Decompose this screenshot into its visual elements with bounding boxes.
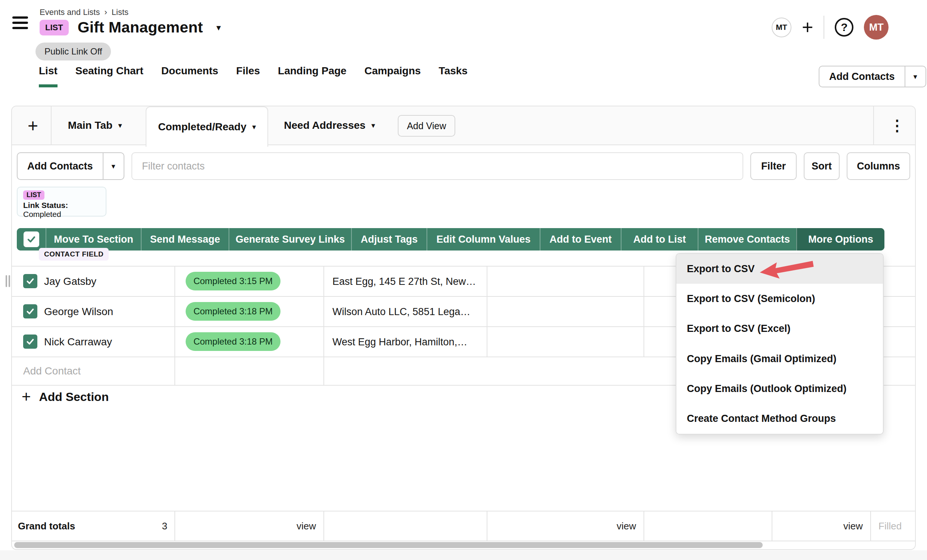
- grand-totals-label: Grand totals: [18, 521, 75, 532]
- view-link[interactable]: view: [580, 521, 636, 532]
- row-checkbox[interactable]: [23, 334, 37, 349]
- view-tab-label: Need Addresses: [284, 120, 365, 131]
- filter-contacts-input[interactable]: [131, 152, 743, 180]
- title-row: LIST Gift Management ▾: [40, 19, 221, 36]
- column-divider: [644, 511, 644, 540]
- adjust-tags-button[interactable]: Adjust Tags: [351, 228, 427, 250]
- column-divider: [644, 266, 644, 357]
- view-link[interactable]: view: [807, 521, 863, 532]
- breadcrumb-link-events-and-lists[interactable]: Events and Lists: [40, 8, 100, 17]
- status-badge[interactable]: Completed 3:18 PM: [185, 332, 281, 351]
- column-divider: [772, 511, 772, 540]
- tab-strip-divider-right: [873, 106, 874, 144]
- edit-column-values-button[interactable]: Edit Column Values: [427, 228, 540, 250]
- column-divider: [175, 266, 175, 385]
- contact-name[interactable]: Nick Carraway: [44, 336, 112, 348]
- link-status-chip[interactable]: LIST Link Status: Completed: [17, 187, 106, 217]
- view-tab-need-addresses[interactable]: Need Addresses ▾: [280, 106, 380, 144]
- add-to-list-button[interactable]: Add to List: [621, 228, 698, 250]
- chevron-right-icon: ›: [104, 8, 107, 17]
- add-section-button[interactable]: + Add Section: [22, 389, 109, 405]
- contact-address[interactable]: Wilson Auto LLC, 5851 Lega…: [333, 306, 470, 318]
- workspace-avatar[interactable]: MT: [772, 18, 792, 37]
- nav-tab-documents[interactable]: Documents: [161, 64, 218, 87]
- select-all-checkbox[interactable]: [24, 231, 39, 247]
- view-link[interactable]: view: [260, 521, 316, 532]
- header-actions: MT + ? MT: [772, 14, 889, 40]
- nav-tab-campaigns[interactable]: Campaigns: [365, 64, 421, 87]
- generate-survey-links-button[interactable]: Generate Survey Links: [229, 228, 351, 250]
- add-contact-placeholder[interactable]: Add Contact: [23, 365, 81, 377]
- status-badge[interactable]: Completed 3:18 PM: [185, 302, 281, 321]
- status-badge[interactable]: Completed 3:15 PM: [185, 272, 281, 290]
- add-contacts-button-top[interactable]: Add Contacts ▾: [819, 66, 926, 87]
- nav-tab-list[interactable]: List: [39, 64, 58, 87]
- menu-item-export-to-csv-semicolon[interactable]: Export to CSV (Semicolon): [676, 284, 883, 314]
- breadcrumb: Events and Lists › Lists: [40, 8, 129, 17]
- select-all-cell: [17, 228, 46, 250]
- view-tab-main-tab[interactable]: Main Tab ▾: [59, 106, 131, 144]
- user-avatar[interactable]: MT: [864, 15, 889, 39]
- caret-down-icon[interactable]: ▾: [119, 121, 122, 129]
- column-divider: [487, 511, 488, 540]
- add-contacts-button-main[interactable]: Add Contacts ▾: [17, 152, 125, 180]
- view-tab-completed-ready[interactable]: Completed/Ready ▾: [146, 106, 268, 147]
- add-contacts-label[interactable]: Add Contacts: [18, 153, 103, 179]
- row-drag-handle[interactable]: [6, 275, 10, 287]
- kebab-menu-icon[interactable]: ⋮: [886, 111, 908, 140]
- add-tab-plus-icon[interactable]: +: [22, 106, 44, 144]
- breadcrumb-link-lists[interactable]: Lists: [112, 8, 129, 17]
- columns-button[interactable]: Columns: [847, 152, 910, 180]
- horizontal-scrollbar-thumb[interactable]: [14, 542, 763, 548]
- column-header-contact-field[interactable]: CONTACT FIELD: [39, 248, 109, 261]
- add-new-icon[interactable]: +: [802, 18, 813, 37]
- caret-down-icon[interactable]: ▾: [252, 123, 256, 131]
- move-to-section-button[interactable]: Move To Section: [46, 228, 141, 250]
- menu-item-copy-emails-gmail[interactable]: Copy Emails (Gmail Optimized): [676, 344, 883, 374]
- contact-address[interactable]: West Egg Harbor, Hamilton,…: [333, 336, 467, 348]
- column-divider: [487, 266, 488, 357]
- title-caret-down-icon[interactable]: ▾: [216, 23, 221, 33]
- link-status-text: Link Status: Completed: [23, 201, 100, 219]
- module-nav-tabs: List Seating Chart Documents Files Landi…: [39, 64, 468, 87]
- nav-tab-seating-chart[interactable]: Seating Chart: [76, 64, 143, 87]
- menu-item-export-to-csv-excel[interactable]: Export to CSV (Excel): [676, 314, 883, 344]
- view-tab-label: Main Tab: [68, 120, 112, 131]
- remove-contacts-button[interactable]: Remove Contacts: [698, 228, 796, 250]
- hamburger-menu-icon[interactable]: [12, 17, 28, 30]
- check-icon: [26, 307, 35, 316]
- nav-tab-tasks[interactable]: Tasks: [439, 64, 468, 87]
- public-link-toggle-pill[interactable]: Public Link Off: [35, 42, 111, 61]
- row-checkbox[interactable]: [23, 304, 37, 319]
- link-status-label: Link Status:: [23, 201, 68, 209]
- header-divider: [824, 16, 824, 39]
- list-type-badge: LIST: [40, 20, 69, 35]
- caret-down-icon[interactable]: ▾: [372, 121, 375, 129]
- filled-label: Filled: [878, 521, 901, 532]
- send-message-button[interactable]: Send Message: [141, 228, 229, 250]
- add-view-button[interactable]: Add View: [398, 115, 455, 137]
- add-contacts-caret-down-icon[interactable]: ▾: [904, 67, 925, 87]
- check-icon: [26, 276, 35, 286]
- tab-strip-divider: [51, 106, 52, 144]
- page-title: Gift Management: [78, 19, 203, 36]
- more-options-button[interactable]: More Options: [796, 228, 884, 250]
- nav-tab-files[interactable]: Files: [236, 64, 260, 87]
- filter-button[interactable]: Filter: [750, 152, 797, 180]
- add-contacts-caret-down-icon[interactable]: ▾: [103, 153, 124, 179]
- grand-totals-count: 3: [112, 521, 167, 532]
- menu-item-copy-emails-outlook[interactable]: Copy Emails (Outlook Optimized): [676, 374, 883, 404]
- check-icon: [26, 234, 36, 244]
- help-icon[interactable]: ?: [835, 18, 853, 36]
- nav-tab-landing-page[interactable]: Landing Page: [278, 64, 346, 87]
- sort-button[interactable]: Sort: [804, 152, 840, 180]
- row-checkbox[interactable]: [23, 274, 37, 288]
- add-to-event-button[interactable]: Add to Event: [540, 228, 621, 250]
- column-divider: [870, 511, 871, 540]
- contact-address[interactable]: East Egg, 145 E 27th St, New…: [333, 276, 476, 287]
- plus-icon: +: [22, 389, 31, 405]
- contact-name[interactable]: Jay Gatsby: [44, 276, 96, 287]
- contact-name[interactable]: George Wilson: [44, 306, 113, 318]
- menu-item-create-contact-method-groups[interactable]: Create Contact Method Groups: [676, 404, 883, 434]
- add-contacts-label[interactable]: Add Contacts: [819, 67, 904, 87]
